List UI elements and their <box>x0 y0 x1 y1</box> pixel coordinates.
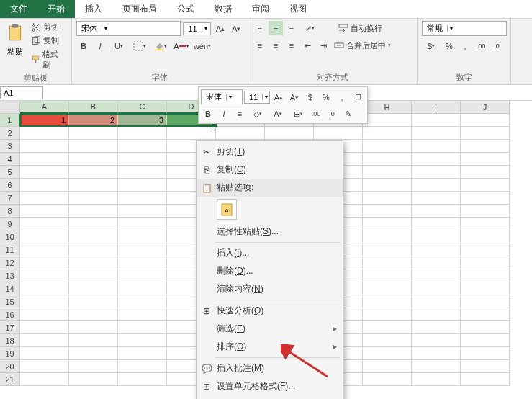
align-top-icon[interactable]: ≡ <box>253 21 267 35</box>
increase-font-icon[interactable]: A▴ <box>213 22 227 36</box>
comma-icon[interactable]: , <box>458 39 472 53</box>
tab-formulas[interactable]: 公式 <box>167 0 204 18</box>
select-all-corner[interactable] <box>0 101 20 114</box>
cell-B15[interactable] <box>69 295 118 308</box>
cell-H7[interactable] <box>363 192 412 205</box>
cell-A14[interactable] <box>20 282 69 295</box>
cell-J11[interactable] <box>461 243 510 256</box>
cell-J20[interactable] <box>461 360 510 373</box>
copy-button[interactable]: 复制 <box>29 35 67 47</box>
cell-A9[interactable] <box>20 218 69 230</box>
cell-B19[interactable] <box>69 347 118 360</box>
cell-H15[interactable] <box>363 295 412 308</box>
cell-J5[interactable] <box>461 166 510 179</box>
cell-J19[interactable] <box>461 347 510 360</box>
cell-A2[interactable] <box>20 127 69 140</box>
cell-J8[interactable] <box>461 205 510 218</box>
percent-icon[interactable]: % <box>442 39 456 53</box>
cell-C9[interactable] <box>118 218 167 230</box>
cell-C1[interactable]: 3 <box>118 114 167 127</box>
row-header-7[interactable]: 7 <box>0 192 20 205</box>
cell-A13[interactable] <box>20 269 69 282</box>
mini-align-icon[interactable]: ≡ <box>233 107 247 121</box>
cell-H6[interactable] <box>363 179 412 192</box>
cell-A1[interactable]: 1 <box>20 114 69 127</box>
cell-J12[interactable] <box>461 256 510 269</box>
row-header-20[interactable]: 20 <box>0 360 20 373</box>
menu-filter[interactable]: 筛选(E)▶ <box>197 320 343 338</box>
row-header-14[interactable]: 14 <box>0 282 20 295</box>
mini-border-icon[interactable]: ⊞▾ <box>289 107 307 121</box>
cell-B11[interactable] <box>69 243 118 256</box>
cell-I21[interactable] <box>412 373 461 386</box>
cell-B12[interactable] <box>69 256 118 269</box>
underline-button[interactable]: U ▾ <box>109 39 128 53</box>
menu-delete[interactable]: 删除(D)... <box>197 262 343 280</box>
tab-view[interactable]: 视图 <box>279 0 317 18</box>
mini-bold-button[interactable]: B <box>201 107 215 121</box>
row-header-10[interactable]: 10 <box>0 230 20 243</box>
tab-home[interactable]: 开始 <box>37 0 75 18</box>
cell-I15[interactable] <box>412 295 461 308</box>
cell-J18[interactable] <box>461 334 510 347</box>
menu-copy[interactable]: ⎘复制(C) <box>197 161 343 179</box>
col-header-B[interactable]: B <box>69 101 118 114</box>
cell-I3[interactable] <box>412 140 461 153</box>
cell-H8[interactable] <box>363 205 412 218</box>
menu-clear[interactable]: 清除内容(N) <box>197 280 343 298</box>
row-header-11[interactable]: 11 <box>0 243 20 256</box>
cell-J16[interactable] <box>461 308 510 321</box>
paste-icon[interactable] <box>4 21 26 45</box>
cell-J3[interactable] <box>461 140 510 153</box>
row-header-19[interactable]: 19 <box>0 347 20 360</box>
mini-currency-icon[interactable]: $ <box>303 90 317 104</box>
cell-B3[interactable] <box>69 140 118 153</box>
col-header-J[interactable]: J <box>461 101 510 114</box>
pinyin-button[interactable]: wén▾ <box>193 39 212 53</box>
paste-option-default[interactable]: A <box>217 200 237 220</box>
cell-C21[interactable] <box>118 373 167 386</box>
cell-H5[interactable] <box>363 166 412 179</box>
mini-comma-icon[interactable]: , <box>335 90 349 104</box>
row-header-9[interactable]: 9 <box>0 218 20 230</box>
cell-A3[interactable] <box>20 140 69 153</box>
menu-paste-special[interactable]: 选择性粘贴(S)... <box>197 223 343 241</box>
increase-indent-icon[interactable]: ⇥ <box>316 38 330 53</box>
decrease-font-icon[interactable]: A▾ <box>230 22 243 36</box>
mini-dec-decimal-icon[interactable]: .0 <box>325 107 339 121</box>
cell-I8[interactable] <box>412 205 461 218</box>
cell-B14[interactable] <box>69 282 118 295</box>
cell-H16[interactable] <box>363 308 412 321</box>
cell-A17[interactable] <box>20 321 69 334</box>
cell-C19[interactable] <box>118 347 167 360</box>
cell-H10[interactable] <box>363 230 412 243</box>
col-header-I[interactable]: I <box>412 101 461 114</box>
cell-B21[interactable] <box>69 373 118 386</box>
cell-I19[interactable] <box>412 347 461 360</box>
font-color-button[interactable]: A▾ <box>172 39 191 53</box>
cell-H17[interactable] <box>363 321 412 334</box>
cell-B7[interactable] <box>69 192 118 205</box>
cell-I20[interactable] <box>412 360 461 373</box>
cell-C12[interactable] <box>118 256 167 269</box>
cell-C11[interactable] <box>118 243 167 256</box>
menu-pick-from-list[interactable]: 从下拉列表中选择(K)... <box>197 395 343 399</box>
row-header-8[interactable]: 8 <box>0 205 20 218</box>
cell-J13[interactable] <box>461 269 510 282</box>
cell-B20[interactable] <box>69 360 118 373</box>
align-center-icon[interactable]: ≡ <box>269 38 283 53</box>
cell-I13[interactable] <box>412 269 461 282</box>
cell-B13[interactable] <box>69 269 118 282</box>
fill-color-button[interactable]: ▾ <box>151 39 170 53</box>
orientation-icon[interactable]: ⤢▾ <box>300 21 319 35</box>
col-header-A[interactable]: A <box>20 101 69 114</box>
tab-layout[interactable]: 页面布局 <box>112 0 167 18</box>
cell-A6[interactable] <box>20 179 69 192</box>
cell-B16[interactable] <box>69 308 118 321</box>
format-painter-button[interactable]: 格式刷 <box>29 48 67 71</box>
cell-B2[interactable] <box>69 127 118 140</box>
mini-merge-icon[interactable]: ⊟ <box>351 90 365 104</box>
cell-H9[interactable] <box>363 218 412 230</box>
cell-F2[interactable] <box>265 127 314 140</box>
cell-A8[interactable] <box>20 205 69 218</box>
